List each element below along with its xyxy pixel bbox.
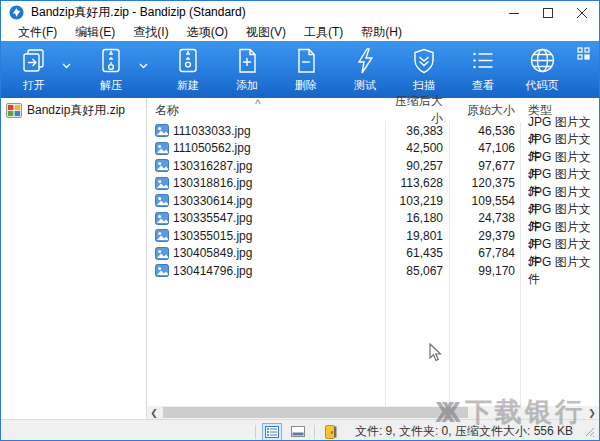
- horizontal-scrollbar[interactable]: ❮ ❯: [147, 406, 599, 419]
- new-archive-icon: [175, 47, 201, 75]
- delete-label: 删除: [295, 78, 317, 93]
- new-archive-button[interactable]: 新建: [165, 46, 211, 93]
- open-icon: [20, 47, 48, 75]
- view-icon: [470, 47, 496, 75]
- tree-item-label: Bandzip真好用.zip: [27, 102, 125, 119]
- new-archive-label: 新建: [177, 78, 199, 93]
- toolbar-layout-toggle[interactable]: [577, 47, 590, 63]
- window-title: Bandzip真好用.zip - Bandizip (Standard): [31, 4, 246, 21]
- menu-tools[interactable]: 工具(T): [295, 24, 352, 41]
- sort-asc-icon: ^: [255, 97, 261, 111]
- scan-icon: [411, 47, 437, 75]
- menu-find[interactable]: 查找(I): [124, 24, 177, 41]
- status-bar: 文件: 9, 文件夹: 0, 压缩文件大小: 556 KB: [1, 419, 599, 441]
- status-summary: 文件: 9, 文件夹: 0, 压缩文件大小: 556 KB: [355, 423, 573, 440]
- file-list-pane: 名称 ^ 压缩后大小 原始大小 类型 111033033.jpg 36,383 …: [147, 98, 599, 419]
- menu-view[interactable]: 视图(V): [237, 24, 295, 41]
- close-button[interactable]: [565, 1, 599, 24]
- jpg-file-icon: [155, 177, 169, 190]
- test-icon: [353, 47, 377, 75]
- scrollbar-track[interactable]: [161, 406, 585, 419]
- column-header-name[interactable]: 名称 ^: [147, 102, 385, 119]
- extract-icon: [98, 47, 124, 75]
- file-rows: 111033033.jpg 36,383 46,536 JPG 图片文件 111…: [147, 122, 599, 280]
- extract-dropdown[interactable]: [134, 51, 152, 81]
- password-icon: [325, 425, 337, 439]
- resize-grip-icon[interactable]: [585, 427, 595, 437]
- grid-layout-icon: [577, 47, 590, 60]
- preview-pane-icon: [291, 426, 305, 437]
- jpg-file-icon: [155, 212, 169, 225]
- delete-button[interactable]: 删除: [283, 46, 329, 93]
- details-view-toggle[interactable]: [262, 423, 282, 441]
- tree-item-archive-root[interactable]: Bandzip真好用.zip: [1, 100, 146, 120]
- open-label: 打开: [23, 78, 45, 93]
- scroll-left-icon[interactable]: ❮: [147, 406, 161, 419]
- extract-label: 解压: [100, 78, 122, 93]
- details-view-icon: [265, 426, 279, 438]
- bandizip-app-icon: [9, 5, 24, 20]
- bandizip-window: Bandzip真好用.zip - Bandizip (Standard) 文件(…: [0, 0, 600, 441]
- password-toggle[interactable]: [321, 423, 341, 441]
- scan-button[interactable]: 扫描: [401, 46, 447, 93]
- menu-file[interactable]: 文件(F): [9, 24, 66, 41]
- scrollbar-thumb[interactable]: [163, 407, 468, 418]
- maximize-button[interactable]: [531, 1, 565, 24]
- jpg-file-icon: [155, 159, 169, 172]
- jpg-file-icon: [155, 194, 169, 207]
- add-label: 添加: [236, 78, 258, 93]
- statusbar-divider: [314, 425, 315, 439]
- menu-options[interactable]: 选项(O): [178, 24, 237, 41]
- test-label: 测试: [354, 78, 376, 93]
- table-row[interactable]: 130414796.jpg 85,067 99,170 JPG 图片文件: [147, 262, 599, 280]
- chevron-down-icon: [62, 63, 71, 69]
- jpg-file-icon: [155, 229, 169, 242]
- title-bar: Bandzip真好用.zip - Bandizip (Standard): [1, 1, 599, 24]
- scroll-right-icon[interactable]: ❯: [585, 406, 599, 419]
- jpg-file-icon: [155, 264, 169, 277]
- preview-pane-toggle[interactable]: [288, 423, 308, 441]
- mouse-cursor-icon: [429, 343, 443, 363]
- view-label: 查看: [472, 78, 494, 93]
- scan-label: 扫描: [413, 78, 435, 93]
- codepage-label: 代码页: [526, 78, 559, 93]
- delete-icon: [294, 47, 318, 75]
- add-icon: [235, 47, 259, 75]
- test-button[interactable]: 测试: [342, 46, 388, 93]
- content-area: Bandzip真好用.zip 名称 ^ 压缩后大小 原始大小 类型 111033…: [1, 98, 599, 419]
- open-button[interactable]: 打开: [11, 46, 57, 93]
- minimize-button[interactable]: [497, 1, 531, 24]
- archive-icon: [6, 103, 22, 118]
- menu-help[interactable]: 帮助(H): [352, 24, 411, 41]
- column-header-original[interactable]: 原始大小: [449, 102, 520, 119]
- menu-bar: 文件(F) 编辑(E) 查找(I) 选项(O) 视图(V) 工具(T) 帮助(H…: [1, 24, 599, 41]
- statusbar-divider: [255, 425, 256, 439]
- toolbar: 打开 解压 新建: [1, 41, 599, 98]
- extract-button[interactable]: 解压: [88, 46, 134, 93]
- jpg-file-icon: [155, 247, 169, 260]
- jpg-file-icon: [155, 124, 169, 137]
- add-button[interactable]: 添加: [224, 46, 270, 93]
- codepage-icon: [529, 47, 556, 75]
- window-controls: [497, 1, 599, 24]
- chevron-down-icon: [139, 63, 148, 69]
- jpg-file-icon: [155, 142, 169, 155]
- open-dropdown[interactable]: [57, 51, 75, 81]
- archive-tree-sidebar: Bandzip真好用.zip: [1, 98, 147, 419]
- menu-edit[interactable]: 编辑(E): [66, 24, 124, 41]
- codepage-button[interactable]: 代码页: [519, 46, 565, 93]
- view-button[interactable]: 查看: [460, 46, 506, 93]
